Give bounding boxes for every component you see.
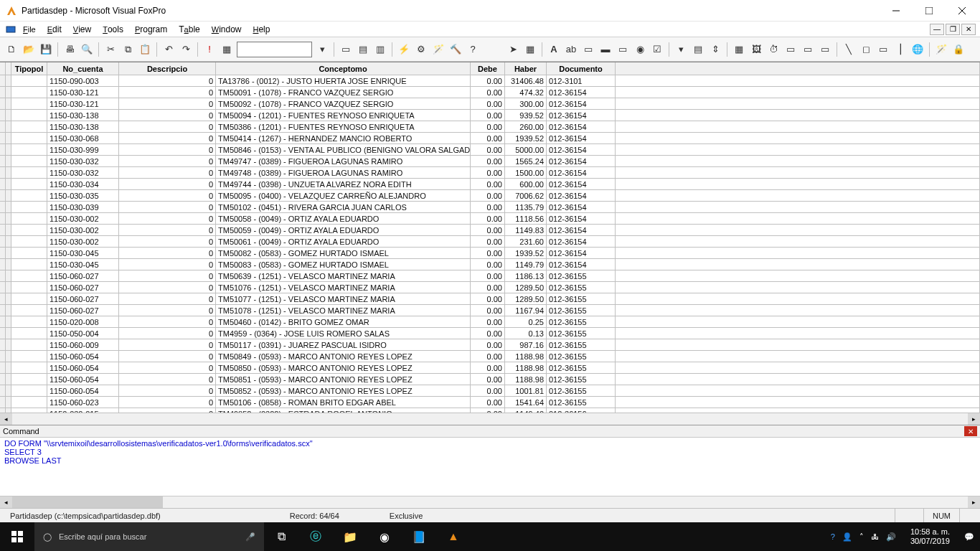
redo-icon[interactable]: ↷ <box>178 42 194 57</box>
dropdown-icon[interactable]: ▾ <box>314 42 330 57</box>
form-icon[interactable]: ▭ <box>338 42 354 57</box>
task-view-icon[interactable]: ⧉ <box>264 522 298 551</box>
combo-icon[interactable]: ▾ <box>673 42 689 57</box>
command-scrollbar[interactable]: ◂ ▸ <box>0 496 980 508</box>
textbox-icon[interactable]: ab <box>563 42 579 57</box>
table-row[interactable]: 1150-060-0540TM50849 - (0593) - MARCO AN… <box>0 351 980 362</box>
buttongroup-icon[interactable]: ▭ <box>615 42 631 57</box>
browse-grid[interactable]: Tipopol No_cuenta Descripcio Conceptomo … <box>0 62 980 425</box>
menu-window[interactable]: Window <box>206 23 248 36</box>
command-body[interactable]: DO FORM "\\srvtemixoil\desarrollosistema… <box>0 438 980 496</box>
table-row[interactable]: 1150-060-0270TM51077 - (1251) - VELASCO … <box>0 293 980 305</box>
col-tipopol[interactable]: Tipopol <box>11 62 47 75</box>
autoform-icon[interactable]: ⚡ <box>396 42 412 57</box>
undo-icon[interactable]: ↶ <box>161 42 176 57</box>
table-row[interactable]: 1150-030-0020TM50059 - (0049) - ORTIZ AY… <box>0 225 980 236</box>
table-row[interactable]: 1150-060-0270TM51076 - (1251) - VELASCO … <box>0 282 980 293</box>
editbox-icon[interactable]: ▭ <box>580 42 596 57</box>
notepad-icon[interactable]: 📘 <box>402 522 436 551</box>
col-debe[interactable]: Debe <box>471 62 505 75</box>
table-row[interactable]: 1150-030-9990TM50846 - (0153) - VENTA AL… <box>0 144 980 156</box>
horizontal-scrollbar[interactable]: ◂ ▸ <box>0 413 980 425</box>
save-icon[interactable]: 💾 <box>38 42 54 57</box>
table-row[interactable]: 1150-030-1380TM50386 - (1201) - FUENTES … <box>0 121 980 133</box>
check-icon[interactable]: ☑ <box>649 42 665 57</box>
container-icon[interactable]: ▭ <box>875 42 891 57</box>
menu-table[interactable]: Table <box>173 23 205 36</box>
timer-icon[interactable]: ⏱ <box>765 42 781 57</box>
pageframe-icon[interactable]: ▭ <box>783 42 798 57</box>
pointer-icon[interactable]: ➤ <box>505 42 521 57</box>
open-icon[interactable]: 📂 <box>21 42 37 57</box>
table-row[interactable]: 1150-030-0320TM49747 - (0389) - FIGUEROA… <box>0 156 980 167</box>
menu-edit[interactable]: Edit <box>42 23 67 36</box>
separator-icon[interactable]: ⎮ <box>892 42 908 57</box>
network-icon[interactable]: 🖧 <box>871 532 879 541</box>
notifications-icon[interactable]: 💬 <box>964 532 974 542</box>
builder-icon[interactable]: 🔨 <box>448 42 463 57</box>
col-haber[interactable]: Haber <box>505 62 547 75</box>
preview-icon[interactable]: 🔍 <box>79 42 95 57</box>
table-row[interactable]: 1150-060-0230TM50106 - (0858) - ROMAN BR… <box>0 397 980 408</box>
table-row[interactable]: 1150-060-0540TM50851 - (0593) - MARCO AN… <box>0 374 980 385</box>
table-row[interactable]: 1150-060-0540TM50852 - (0593) - MARCO AN… <box>0 385 980 397</box>
option-icon[interactable]: ◉ <box>632 42 648 57</box>
menu-help[interactable]: Help <box>247 23 275 36</box>
minimize-button[interactable] <box>880 0 913 22</box>
autoreport-icon[interactable]: ⚙ <box>413 42 429 57</box>
scroll-right-icon[interactable]: ▸ <box>968 413 980 425</box>
col-conceptomo[interactable]: Conceptomo <box>216 62 471 75</box>
table-row[interactable]: 1150-020-0080TM50460 - (0142) - BRITO GO… <box>0 316 980 328</box>
command-close-button[interactable]: ✕ <box>964 426 977 436</box>
report-icon[interactable]: ▤ <box>355 42 371 57</box>
scroll-left-icon[interactable]: ◂ <box>0 413 12 425</box>
table-row[interactable]: 1150-030-1210TM50092 - (1078) - FRANCO V… <box>0 98 980 110</box>
table-row[interactable]: 1150-030-0680TM50414 - (1267) - HERNANDE… <box>0 133 980 144</box>
start-button[interactable] <box>0 522 34 551</box>
menu-view[interactable]: View <box>67 23 97 36</box>
table-row[interactable]: 1150-030-0020TM50061 - (0049) - ORTIZ AY… <box>0 236 980 248</box>
col-descripcio[interactable]: Descripcio <box>119 62 216 75</box>
ole-icon[interactable]: ▭ <box>800 42 816 57</box>
print-icon[interactable]: 🖶 <box>62 42 77 57</box>
mdi-icon[interactable] <box>4 24 17 34</box>
taskbar-clock[interactable]: 10:58 a. m. 30/07/2019 <box>903 527 957 546</box>
maximize-button[interactable] <box>913 0 946 22</box>
menu-file[interactable]: File <box>17 23 42 36</box>
olebound-icon[interactable]: ▭ <box>817 42 833 57</box>
builder2-icon[interactable]: 🪄 <box>933 42 949 57</box>
menu-program[interactable]: Program <box>129 23 173 36</box>
text-a-icon[interactable]: A <box>546 42 562 57</box>
hyperlink-icon[interactable]: 🌐 <box>910 42 925 57</box>
table-row[interactable]: 1150-030-0450TM50082 - (0583) - GOMEZ HU… <box>0 248 980 259</box>
new-icon[interactable]: 🗋 <box>4 42 19 57</box>
table-row[interactable]: 1150-050-0040TM4959 - (0364) - JOSE LUIS… <box>0 328 980 339</box>
image-icon[interactable]: 🖼 <box>748 42 764 57</box>
col-no-cuenta[interactable]: No_cuenta <box>47 62 119 75</box>
mdi-close-button[interactable]: ✕ <box>961 24 976 35</box>
paste-icon[interactable]: 📋 <box>137 42 153 57</box>
table-row[interactable]: 1150-090-0030TA13786 - (0012) - JUSTO HU… <box>0 75 980 87</box>
table-row[interactable]: 1150-030-0350TM50095 - (0400) - VELAZQUE… <box>0 190 980 202</box>
explorer-icon[interactable]: 📁 <box>333 522 367 551</box>
table-row[interactable]: 1150-030-0450TM50083 - (0583) - GOMEZ HU… <box>0 259 980 270</box>
taskbar-search[interactable]: ◯ Escribe aquí para buscar 🎤 <box>34 522 264 551</box>
help-tray-icon[interactable]: ? <box>831 532 835 541</box>
table-row[interactable]: 1150-030-0020TM50058 - (0049) - ORTIZ AY… <box>0 213 980 225</box>
volume-icon[interactable]: 🔊 <box>886 532 896 542</box>
button-icon[interactable]: ▬ <box>598 42 613 57</box>
list-icon[interactable]: ▤ <box>690 42 706 57</box>
table-row[interactable]: 1150-030-0390TM50102 - (0451) - RIVERA G… <box>0 202 980 213</box>
foxpro-task-icon[interactable]: ▲ <box>436 522 471 551</box>
modify-icon[interactable]: ▦ <box>219 42 235 57</box>
table-row[interactable]: 1150-030-1380TM50094 - (1201) - FUENTES … <box>0 110 980 121</box>
mdi-restore-button[interactable]: ❐ <box>946 24 960 35</box>
table-row[interactable]: 1150-060-0090TM50117 - (0391) - JUAREZ P… <box>0 339 980 351</box>
help-icon[interactable]: ? <box>465 42 481 57</box>
table-row[interactable]: 1150-030-0320TM49748 - (0389) - FIGUEROA… <box>0 167 980 179</box>
lock-icon[interactable]: 🔒 <box>951 42 966 57</box>
database-combo[interactable] <box>237 42 312 57</box>
people-icon[interactable]: 👤 <box>842 532 852 542</box>
grid-icon[interactable]: ▦ <box>731 42 747 57</box>
table-row[interactable]: 1150-030-1210TM50091 - (1078) - FRANCO V… <box>0 87 980 98</box>
